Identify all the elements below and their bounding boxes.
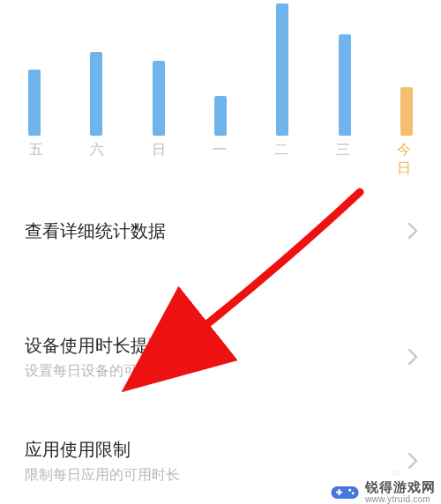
chart-x-ticks: 五六日一二三今日 [21,141,420,178]
item-subtitle: 设置每日设备的可用时长 [25,361,416,381]
bar-today [400,87,413,136]
x-tick: 今日 [392,141,418,178]
x-tick: 六 [85,141,111,178]
settings-list: 查看详细统计数据 设备使用时长提醒 设置每日设备的可用时长 应用使用限制 限制每… [0,203,441,500]
usage-bar-chart [21,4,420,136]
view-detailed-stats-item[interactable]: 查看详细统计数据 [0,203,441,259]
item-title: 设备使用时长提醒 [25,333,416,358]
chevron-right-icon [407,222,418,240]
watermark: 锐得游戏网 www.ytruid.com [330,480,436,504]
screen-time-page: 五六日一二三今日 查看详细统计数据 设备使用时长提醒 设置每日设备的可用时长 应… [0,0,441,504]
watermark-url: www.ytruid.com [365,495,436,504]
device-usage-reminder-item[interactable]: 设备使用时长提醒 设置每日设备的可用时长 [0,317,441,397]
chevron-right-icon [407,348,418,366]
item-title: 查看详细统计数据 [25,219,416,243]
x-tick: 一 [207,141,234,178]
x-tick: 五 [23,141,49,178]
bar [276,4,288,136]
svg-point-3 [352,492,355,494]
x-tick: 二 [269,141,295,178]
bar [214,96,227,136]
bar [153,61,165,136]
svg-rect-1 [339,489,340,495]
watermark-title: 锐得游戏网 [365,480,436,493]
ghost-indicator: ∞ [391,465,400,479]
x-tick: 日 [146,141,172,178]
gamepad-icon [330,484,360,501]
x-tick: 三 [330,141,356,178]
svg-point-2 [348,488,351,491]
item-title: 应用使用限制 [25,437,416,462]
chevron-right-icon [407,452,418,470]
bar [28,70,41,136]
bar [339,34,351,136]
bar [90,52,102,136]
